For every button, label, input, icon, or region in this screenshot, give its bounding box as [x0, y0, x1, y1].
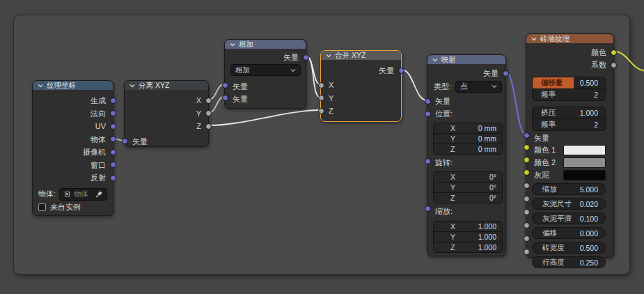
value-field[interactable]: Z1.000 [434, 242, 502, 252]
socket-out-x[interactable] [205, 98, 212, 104]
socket-out-fac[interactable] [611, 62, 617, 68]
socket-out-camera[interactable] [110, 149, 116, 155]
mortar-smooth-slider[interactable]: 灰泥平滑0.100 [532, 212, 606, 224]
socket-out-object[interactable] [110, 136, 116, 142]
squash-frequency-field[interactable]: 频率 2 [533, 119, 605, 130]
node-separate-xyz[interactable]: 分离 XYZ X Y Z 矢量 [124, 80, 209, 147]
output-row: Z [125, 120, 208, 133]
socket-in-color2[interactable] [524, 157, 530, 163]
output-row: 矢量 [225, 52, 306, 63]
node-editor: 纹理坐标 生成 法向 UV 物体 摄像机 窗口 反射 物体: 物体 来自实例 [0, 0, 644, 294]
object-picker-field[interactable]: 物体 [59, 188, 107, 201]
collapse-chevron-icon[interactable] [531, 36, 537, 42]
row-height-slider[interactable]: 行高度0.250 [532, 256, 606, 268]
offset-frequency-field[interactable]: 频率 2 [533, 89, 605, 100]
socket-out-z[interactable] [205, 123, 212, 130]
node-combine-xyz[interactable]: 合并 XYZ 矢量 X Y Z [320, 50, 402, 122]
bias-slider[interactable]: 偏移0.000 [532, 227, 606, 239]
socket-in-scale[interactable] [425, 206, 431, 212]
input-row: 矢量 [427, 95, 505, 107]
socket-out-uv[interactable] [110, 123, 116, 130]
socket-out-window[interactable] [110, 162, 116, 168]
socket-out-normal[interactable] [110, 110, 116, 116]
socket-in-vector-2[interactable] [222, 95, 228, 101]
socket-in-scale[interactable] [524, 183, 530, 189]
node-vector-math-add[interactable]: 相加 矢量 相加 矢量 矢量 [224, 39, 306, 109]
node-header[interactable]: 砖墙纹理 [526, 34, 613, 43]
node-brick-texture[interactable]: 砖墙纹理 颜色 系数 偏移量 0.500 频率 2 挤压 [526, 33, 614, 258]
output-row: 颜色 [526, 46, 613, 59]
collapse-chevron-icon[interactable] [326, 53, 331, 59]
node-title: 分离 XYZ [139, 81, 169, 90]
operation-dropdown[interactable]: 相加 [230, 64, 301, 76]
socket-in-row-height[interactable] [524, 249, 530, 255]
node-texture-coordinate[interactable]: 纹理坐标 生成 法向 UV 物体 摄像机 窗口 反射 物体: 物体 来自实例 [32, 80, 113, 216]
socket-in-mortar[interactable] [524, 169, 530, 176]
value-field[interactable]: X0° [434, 172, 502, 182]
rotation-label: 旋转: [427, 156, 505, 169]
scale-label: 缩放: [427, 205, 505, 217]
collapse-chevron-icon[interactable] [230, 42, 235, 47]
color1-swatch[interactable] [563, 145, 606, 155]
squash-group: 挤压 1.000 频率 2 [532, 107, 606, 131]
socket-out-vector[interactable] [503, 70, 509, 77]
node-header[interactable]: 合并 XYZ [321, 51, 401, 60]
value-field[interactable]: X1.000 [434, 222, 502, 231]
socket-out-y[interactable] [205, 110, 212, 116]
collapse-chevron-icon[interactable] [38, 83, 43, 88]
output-row: 反射 [33, 171, 113, 185]
mortar-row: 灰泥 [526, 169, 613, 181]
scale-slider[interactable]: 缩放5.000 [532, 183, 606, 195]
output-row: 矢量 [321, 64, 401, 77]
object-label: 物体: [38, 189, 56, 199]
type-value: 点 [460, 82, 468, 91]
node-mapping[interactable]: 映射 矢量 类型: 点 矢量 位置: X0 mm Y0 mm Z0 mm 旋转: [427, 54, 506, 256]
mapping-type-dropdown[interactable]: 点 [455, 81, 502, 93]
socket-in-color1[interactable] [524, 144, 530, 150]
offset-slider[interactable]: 偏移量 0.500 [533, 77, 605, 88]
value-field[interactable]: Y0° [434, 183, 502, 192]
collapse-chevron-icon[interactable] [432, 57, 438, 63]
from-instancer-checkbox[interactable] [38, 203, 46, 211]
socket-in-rotation[interactable] [425, 158, 431, 164]
socket-in-mortar-smooth[interactable] [524, 209, 530, 215]
node-header[interactable]: 分离 XYZ [125, 81, 208, 90]
value-field[interactable]: Y0 mm [434, 134, 502, 144]
collapse-chevron-icon[interactable] [129, 83, 135, 88]
value-field[interactable]: Z0 mm [434, 144, 502, 154]
socket-in-vector[interactable] [425, 98, 431, 105]
socket-out-generated[interactable] [110, 98, 116, 104]
mortar-swatch[interactable] [563, 170, 606, 180]
output-row: 生成 [33, 94, 113, 107]
operation-value: 相加 [235, 65, 250, 75]
socket-out-vector[interactable] [303, 54, 309, 61]
brick-width-slider[interactable]: 砖宽度0.500 [532, 242, 606, 254]
socket-in-mortar-size[interactable] [524, 196, 530, 202]
input-row: 矢量 [125, 135, 208, 148]
node-header[interactable]: 映射 [427, 55, 505, 64]
node-header[interactable]: 相加 [225, 40, 306, 49]
object-icon [63, 190, 71, 198]
socket-in-bias[interactable] [524, 222, 530, 229]
color2-swatch[interactable] [563, 157, 606, 168]
value-field[interactable]: Y1.000 [434, 232, 502, 242]
socket-in-location[interactable] [425, 111, 431, 117]
socket-in-y[interactable] [318, 95, 324, 101]
socket-in-x[interactable] [318, 82, 324, 88]
socket-in-brick-width[interactable] [524, 235, 530, 242]
type-label: 类型: [434, 82, 451, 92]
socket-out-reflection[interactable] [110, 175, 116, 181]
value-field[interactable]: X0 mm [434, 123, 502, 133]
node-header[interactable]: 纹理坐标 [33, 81, 113, 90]
socket-out-color[interactable] [611, 49, 617, 56]
socket-in-vector[interactable] [122, 138, 128, 144]
squash-field[interactable]: 挤压 1.000 [533, 107, 605, 118]
node-title: 合并 XYZ [335, 51, 366, 60]
socket-in-vector[interactable] [524, 132, 530, 139]
mortar-size-slider[interactable]: 灰泥尺寸0.020 [532, 198, 606, 210]
socket-in-vector-1[interactable] [222, 82, 228, 88]
socket-in-z[interactable] [318, 108, 324, 114]
eyedropper-icon[interactable] [95, 190, 103, 198]
socket-out-vector[interactable] [398, 68, 405, 74]
value-field[interactable]: Z0° [434, 193, 502, 203]
